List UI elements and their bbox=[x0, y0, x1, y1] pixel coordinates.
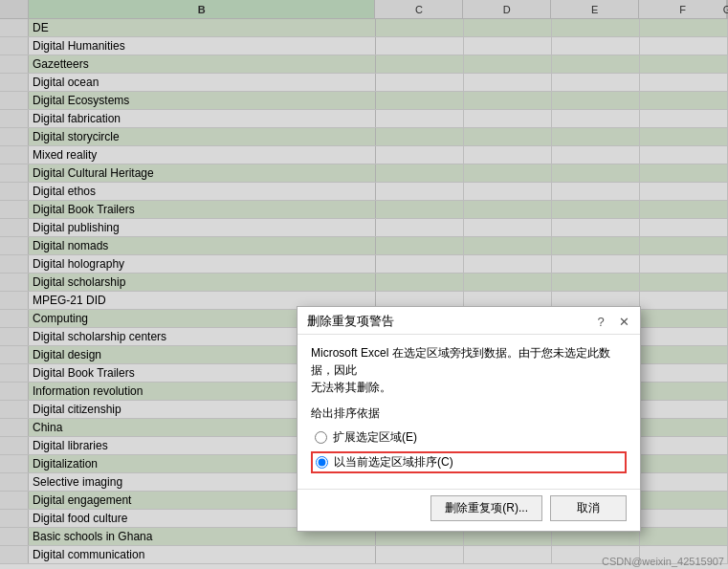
dialog-titlebar: 删除重复项警告 ? ✕ bbox=[298, 307, 640, 335]
dialog-section-label: 给出排序依据 bbox=[311, 405, 627, 422]
dialog-message: Microsoft Excel 在选定区域旁找到数据。由于您未选定此数据，因此 … bbox=[311, 344, 627, 396]
dialog-title: 删除重复项警告 bbox=[307, 313, 394, 330]
help-button[interactable]: ? bbox=[592, 313, 609, 330]
radio-current-label: 以当前选定区域排序(C) bbox=[334, 454, 453, 471]
radio-expand[interactable] bbox=[315, 431, 327, 444]
radio-current[interactable] bbox=[316, 456, 328, 469]
delete-duplicates-dialog: 删除重复项警告 ? ✕ Microsoft Excel 在选定区域旁找到数据。由… bbox=[297, 306, 641, 532]
dialog-body: Microsoft Excel 在选定区域旁找到数据。由于您未选定此数据，因此 … bbox=[298, 335, 640, 485]
radio-expand-label: 扩展选定区域(E) bbox=[333, 429, 417, 446]
dialog-footer: 删除重复项(R)... 取消 bbox=[298, 489, 640, 531]
dialog-controls: ? ✕ bbox=[592, 313, 632, 330]
radio-option-expand[interactable]: 扩展选定区域(E) bbox=[311, 427, 627, 448]
cancel-button[interactable]: 取消 bbox=[550, 495, 627, 521]
radio-option-current[interactable]: 以当前选定区域排序(C) bbox=[311, 451, 627, 473]
delete-duplicates-button[interactable]: 删除重复项(R)... bbox=[430, 495, 542, 521]
close-button[interactable]: ✕ bbox=[615, 313, 632, 330]
dialog-message-text: Microsoft Excel 在选定区域旁找到数据。由于您未选定此数据，因此 … bbox=[311, 346, 610, 394]
